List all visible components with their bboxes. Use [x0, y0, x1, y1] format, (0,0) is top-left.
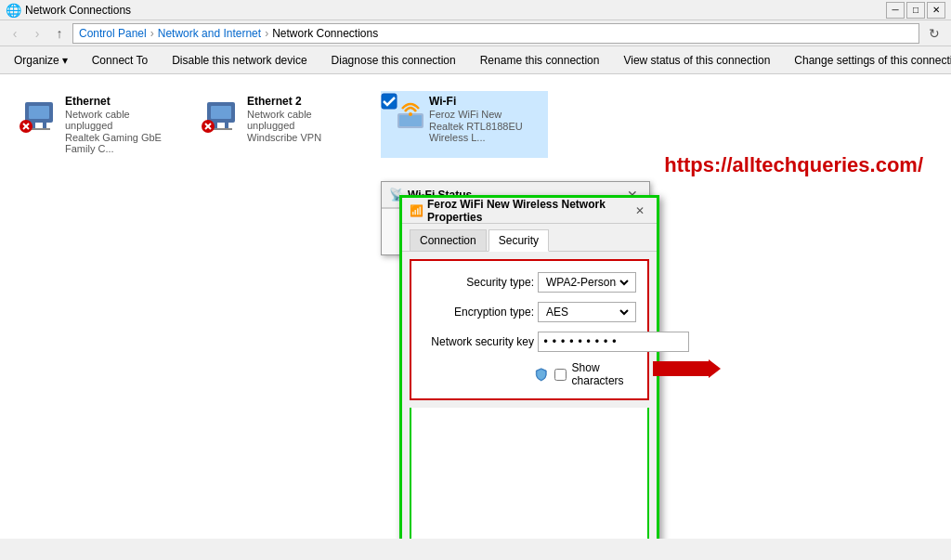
- wifi-connection[interactable]: Wi-Fi Feroz WiFi New Realtek RTL8188EU W…: [381, 91, 548, 158]
- view-status-button[interactable]: View status of this connection: [615, 49, 778, 72]
- dialog-tabs: Connection Security: [402, 224, 657, 252]
- disable-network-button[interactable]: Disable this network device: [163, 49, 315, 72]
- show-characters-row: Show characters: [423, 361, 636, 387]
- title-bar: 🌐 Network Connections ─ □ ✕: [0, 0, 951, 20]
- ethernet-name: Ethernet: [65, 95, 180, 108]
- encryption-type-dropdown[interactable]: AES: [542, 303, 632, 321]
- diagnose-button[interactable]: Diagnose this connection: [323, 49, 464, 72]
- properties-dialog[interactable]: 📶 Feroz WiFi New Wireless Network Proper…: [399, 195, 659, 539]
- show-characters-checkbox[interactable]: [554, 369, 567, 381]
- show-characters-label: Show characters: [572, 361, 636, 387]
- wifi-icon: [392, 95, 429, 132]
- wifi-info: Wi-Fi Feroz WiFi New Realtek RTL8188EU W…: [429, 95, 544, 143]
- ethernet-desc1: Network cable unplugged: [65, 109, 180, 131]
- ethernet2-info: Ethernet 2 Network cable unplugged Winds…: [247, 95, 362, 143]
- encryption-type-label: Encryption type:: [423, 306, 534, 319]
- network-key-label: Network security key: [423, 335, 534, 348]
- ethernet-connection[interactable]: Ethernet Network cable unplugged Realtek…: [17, 91, 184, 158]
- security-content: Security type: WPA2-Personal Encryption …: [410, 259, 649, 400]
- watermark-text: https://alltechqueries.com/: [664, 153, 923, 177]
- breadcrumb-sep-2: ›: [265, 27, 268, 40]
- svg-rect-1: [29, 106, 49, 119]
- ethernet-error-icon: [19, 119, 33, 134]
- window-icon: 🌐: [6, 3, 21, 18]
- up-button[interactable]: ↑: [50, 24, 69, 43]
- dialog-empty-area: [410, 408, 649, 539]
- address-bar: ‹ › ↑ Control Panel › Network and Intern…: [0, 20, 951, 46]
- wifi-desc2: Realtek RTL8188EU Wireless L...: [429, 121, 544, 143]
- security-type-select[interactable]: WPA2-Personal: [538, 272, 636, 293]
- breadcrumb-network-internet[interactable]: Network and Internet: [158, 27, 261, 40]
- rename-button[interactable]: Rename this connection: [472, 49, 608, 72]
- svg-rect-11: [225, 123, 228, 128]
- connect-to-button[interactable]: Connect To: [84, 49, 157, 72]
- ethernet2-connection[interactable]: Ethernet 2 Network cable unplugged Winds…: [199, 91, 366, 158]
- arrow-head: [709, 359, 721, 378]
- change-settings-button[interactable]: Change settings of this connection: [786, 49, 951, 72]
- tab-connection[interactable]: Connection: [410, 229, 487, 251]
- network-key-input[interactable]: [538, 332, 689, 352]
- network-key-row: Network security key: [423, 332, 636, 352]
- window-title: Network Connections: [25, 4, 882, 17]
- wifi-icon-wrap: [384, 95, 422, 132]
- dialog-icon: 📶: [410, 204, 423, 217]
- svg-point-19: [409, 112, 412, 116]
- ethernet-info: Ethernet Network cable unplugged Realtek…: [65, 95, 180, 154]
- shield-icon: [534, 365, 549, 384]
- dialog-titlebar: 📶 Feroz WiFi New Wireless Network Proper…: [402, 198, 657, 224]
- breadcrumb: Control Panel › Network and Internet › N…: [72, 23, 919, 44]
- arrow-annotation: [653, 361, 709, 376]
- svg-rect-18: [399, 115, 422, 126]
- tab-security[interactable]: Security: [489, 229, 549, 252]
- ethernet-desc2: Realtek Gaming GbE Family C...: [65, 132, 180, 154]
- close-button[interactable]: ✕: [927, 2, 945, 19]
- maximize-button[interactable]: □: [906, 2, 925, 19]
- svg-rect-9: [211, 106, 231, 119]
- organize-button[interactable]: Organize ▾: [6, 49, 76, 72]
- minimize-button[interactable]: ─: [886, 2, 905, 19]
- ethernet2-error-icon: [201, 119, 215, 134]
- forward-button[interactable]: ›: [28, 24, 46, 43]
- ethernet-icon-wrap: [20, 95, 58, 132]
- ethernet2-desc1: Network cable unplugged: [247, 109, 362, 131]
- window-controls: ─ □ ✕: [886, 2, 945, 19]
- ethernet2-icon-wrap: [202, 95, 240, 132]
- ethernet2-name: Ethernet 2: [247, 95, 362, 108]
- back-button[interactable]: ‹: [6, 24, 24, 43]
- breadcrumb-control-panel[interactable]: Control Panel: [79, 27, 147, 40]
- wifi-name: Wi-Fi: [429, 95, 544, 108]
- dialog-close-button[interactable]: ✕: [631, 202, 649, 220]
- arrow-body: [653, 361, 709, 376]
- main-content: Ethernet Network cable unplugged Realtek…: [0, 74, 951, 539]
- wifi-desc1: Feroz WiFi New: [429, 109, 544, 120]
- security-type-row: Security type: WPA2-Personal: [423, 272, 636, 293]
- dialog-title: Feroz WiFi New Wireless Network Properti…: [427, 198, 627, 224]
- refresh-button[interactable]: ↻: [923, 22, 945, 45]
- toolbar: Organize ▾ Connect To Disable this netwo…: [0, 46, 951, 74]
- breadcrumb-current: Network Connections: [272, 27, 378, 40]
- svg-rect-3: [43, 123, 46, 128]
- encryption-type-select[interactable]: AES: [538, 302, 636, 322]
- security-type-label: Security type:: [423, 276, 534, 289]
- breadcrumb-sep-1: ›: [150, 27, 154, 40]
- security-type-dropdown[interactable]: WPA2-Personal: [542, 273, 632, 292]
- encryption-type-row: Encryption type: AES: [423, 302, 636, 322]
- wifi-selected-icon: [381, 93, 397, 110]
- organize-dropdown-icon: ▾: [62, 54, 68, 67]
- ethernet2-desc2: Windscribe VPN: [247, 132, 362, 143]
